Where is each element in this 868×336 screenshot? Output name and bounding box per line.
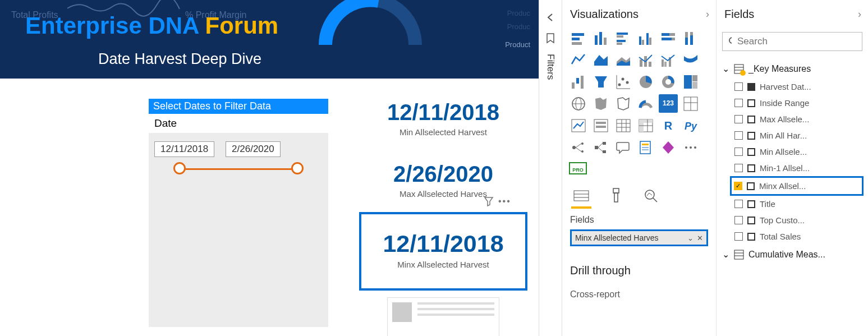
search-input[interactable]: [737, 36, 856, 47]
fields-tab[interactable]: [571, 186, 591, 206]
more-options-icon[interactable]: •••: [498, 196, 511, 206]
fields-section-label: Fields: [567, 209, 711, 228]
checkbox-icon[interactable]: [734, 99, 743, 107]
qa-visual-icon[interactable]: [614, 138, 633, 157]
slicer-from-input[interactable]: 12/11/2018: [154, 141, 214, 157]
matrix-icon[interactable]: [636, 116, 655, 135]
date-slicer[interactable]: Select Dates to Filter Data Date 12/11/2…: [149, 99, 328, 327]
ribbon-chart-icon[interactable]: [681, 50, 700, 69]
field-top-customer[interactable]: Top Custo...: [733, 212, 864, 228]
filter-icon[interactable]: [484, 196, 494, 206]
collapse-right-icon[interactable]: ›: [858, 8, 861, 20]
stacked-area-icon[interactable]: [614, 50, 633, 69]
chevron-down-icon[interactable]: ⌄: [687, 234, 694, 242]
power-apps-icon[interactable]: [659, 138, 678, 157]
map-icon[interactable]: [569, 94, 588, 113]
line-chart-icon[interactable]: [569, 50, 588, 69]
checkbox-icon[interactable]: [734, 164, 743, 172]
collapse-right-icon[interactable]: ›: [706, 8, 709, 20]
stacked-column-icon[interactable]: [591, 29, 610, 47]
gauge-icon[interactable]: [636, 94, 655, 113]
checkbox-icon[interactable]: [734, 82, 743, 91]
r-visual-icon[interactable]: R: [659, 116, 678, 135]
card-min-allselected[interactable]: 12/11/2018 Min Allselected Harvest: [359, 100, 527, 137]
scatter-icon[interactable]: [614, 72, 633, 91]
checkbox-icon[interactable]: [734, 148, 743, 156]
pie-icon[interactable]: [636, 72, 655, 91]
slider-thumb-left[interactable]: [173, 162, 186, 174]
clustered-column-icon[interactable]: [636, 29, 655, 47]
field-min1-allselected[interactable]: Min-1 Allsel...: [733, 160, 864, 176]
field-label: Max Allsele...: [760, 114, 809, 124]
svg-rect-60: [639, 119, 653, 123]
slider-thumb-right[interactable]: [291, 162, 304, 174]
line-stacked-column-icon[interactable]: [636, 50, 655, 69]
line-clustered-column-icon[interactable]: [659, 50, 678, 69]
treemap-icon[interactable]: [681, 72, 700, 91]
table-key-measures[interactable]: ⌄ _Key Measures: [721, 59, 864, 79]
card-icon[interactable]: 123: [659, 94, 678, 113]
field-well-minx[interactable]: Minx Allselected Harves ⌄ ✕: [570, 229, 708, 246]
checkbox-icon[interactable]: [734, 115, 743, 123]
field-max-allselected[interactable]: Max Allsele...: [733, 111, 864, 127]
card-minx-allselected[interactable]: 12/11/2018 Minx Allselected Harvest: [359, 212, 527, 291]
field-inside-range[interactable]: Inside Range: [733, 95, 864, 111]
field-label: Inside Range: [760, 98, 809, 108]
visual-header-icons: •••: [484, 196, 511, 206]
checkbox-icon[interactable]: [734, 232, 743, 241]
checkbox-icon[interactable]: [734, 131, 743, 140]
bookmark-icon[interactable]: [545, 33, 556, 44]
shape-map-icon[interactable]: [614, 94, 633, 113]
stacked-column-100-icon[interactable]: [681, 29, 700, 47]
slicer-slider[interactable]: [149, 157, 328, 170]
table-icon[interactable]: [614, 116, 633, 135]
funnel-icon[interactable]: [591, 72, 610, 91]
filled-map-icon[interactable]: [591, 94, 610, 113]
field-label: Total Sales: [760, 232, 801, 241]
svg-rect-2: [572, 42, 582, 45]
format-tab[interactable]: [606, 186, 626, 206]
field-minx-allselected[interactable]: ✓Minx Allsel...: [730, 176, 864, 196]
card-label: Minx Allselected Harvest: [361, 260, 525, 269]
svg-rect-96: [748, 100, 754, 106]
table-cumulative-measures[interactable]: ⌄ Cumulative Meas...: [721, 245, 864, 264]
field-title[interactable]: Title: [733, 196, 864, 212]
svg-rect-113: [734, 250, 743, 259]
paginated-report-icon[interactable]: [636, 138, 655, 157]
clustered-bar-icon[interactable]: [614, 29, 633, 47]
waterfall-icon[interactable]: [569, 72, 588, 91]
field-min-all-harvest[interactable]: Min All Har...: [733, 127, 864, 144]
field-min-allselected[interactable]: Min Allsele...: [733, 144, 864, 160]
fields-search[interactable]: [722, 32, 862, 51]
multi-row-card-icon[interactable]: [681, 94, 700, 113]
slicer-to-input[interactable]: 2/26/2020: [226, 141, 281, 157]
slicer-icon[interactable]: [591, 116, 610, 135]
search-icon: [728, 36, 732, 47]
key-influencers-icon[interactable]: [569, 138, 588, 157]
remove-field-icon[interactable]: ✕: [697, 234, 703, 242]
svg-rect-49: [572, 119, 585, 132]
checkbox-checked-icon[interactable]: ✓: [734, 182, 742, 190]
collapse-left-icon[interactable]: [545, 12, 555, 22]
svg-rect-98: [748, 117, 754, 122]
filters-pane-collapsed[interactable]: Filters: [539, 0, 562, 336]
area-chart-icon[interactable]: [591, 50, 610, 69]
stacked-bar-100-icon[interactable]: [659, 29, 678, 47]
svg-rect-104: [748, 165, 754, 171]
checkbox-icon[interactable]: [734, 216, 743, 224]
stacked-bar-icon[interactable]: [569, 29, 588, 47]
svg-rect-28: [572, 82, 575, 89]
field-harvest-date[interactable]: Harvest Dat...: [733, 79, 864, 95]
donut-icon[interactable]: [659, 72, 678, 91]
drill-through-header[interactable]: Drill through: [567, 247, 711, 280]
card-max-allselected[interactable]: 2/26/2020 Max Allselected Harves: [359, 162, 527, 199]
checkbox-icon[interactable]: [734, 200, 743, 208]
analytics-tab[interactable]: [641, 186, 661, 206]
field-total-sales[interactable]: Total Sales: [733, 228, 864, 245]
placeholder-visual[interactable]: [387, 297, 499, 336]
decomposition-tree-icon[interactable]: [591, 138, 610, 157]
kpi-icon[interactable]: [569, 116, 588, 135]
svg-rect-110: [748, 218, 754, 223]
more-visuals-icon[interactable]: [681, 138, 700, 157]
python-visual-icon[interactable]: Py: [681, 116, 700, 135]
